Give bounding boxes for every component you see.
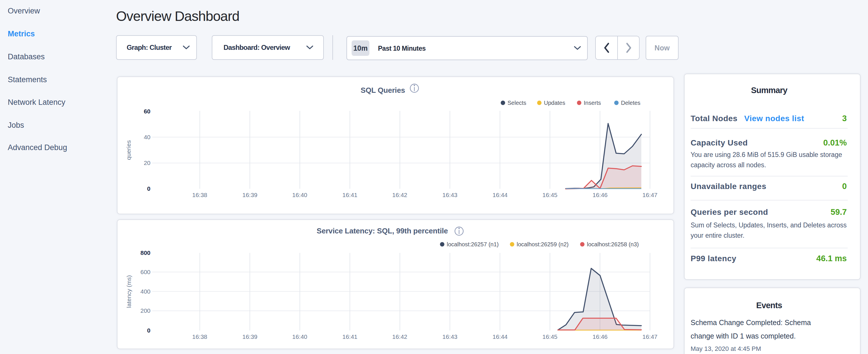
svg-text:16:45: 16:45	[542, 192, 558, 198]
svg-text:16:39: 16:39	[242, 333, 258, 340]
svg-text:latency (ms): latency (ms)	[125, 275, 132, 308]
svg-text:queries: queries	[125, 140, 132, 160]
svg-text:16:47: 16:47	[643, 333, 658, 340]
svg-text:40: 40	[144, 134, 150, 140]
svg-text:0: 0	[147, 327, 150, 334]
svg-text:Inserts: Inserts	[584, 100, 601, 106]
svg-text:16:38: 16:38	[192, 333, 208, 340]
svg-text:16:41: 16:41	[342, 192, 358, 198]
svg-text:16:40: 16:40	[292, 333, 308, 340]
svg-text:16:44: 16:44	[493, 333, 508, 340]
svg-text:localhost:26257 (n1): localhost:26257 (n1)	[447, 241, 499, 248]
svg-text:200: 200	[141, 307, 150, 314]
svg-text:SQL Queries: SQL Queries	[361, 86, 405, 95]
svg-text:16:38: 16:38	[192, 192, 208, 198]
svg-text:16:39: 16:39	[242, 192, 258, 198]
svg-text:60: 60	[144, 108, 150, 115]
svg-text:Service Latency: SQL, 99th per: Service Latency: SQL, 99th percentile	[317, 227, 448, 235]
svg-text:16:42: 16:42	[392, 192, 407, 198]
svg-text:localhost:26258 (n3): localhost:26258 (n3)	[587, 241, 639, 248]
svg-text:600: 600	[141, 269, 150, 275]
svg-text:16:45: 16:45	[542, 333, 558, 340]
svg-text:16:42: 16:42	[392, 333, 407, 340]
svg-text:800: 800	[141, 250, 150, 256]
svg-text:16:47: 16:47	[643, 192, 658, 198]
svg-text:16:40: 16:40	[292, 192, 308, 198]
svg-text:16:46: 16:46	[593, 192, 608, 198]
svg-text:Deletes: Deletes	[621, 100, 641, 106]
svg-text:20: 20	[144, 160, 150, 166]
svg-text:400: 400	[141, 288, 150, 295]
svg-text:16:46: 16:46	[593, 333, 608, 340]
svg-text:16:44: 16:44	[493, 192, 508, 198]
svg-text:Updates: Updates	[544, 100, 565, 106]
svg-text:16:41: 16:41	[342, 333, 358, 340]
svg-text:16:43: 16:43	[442, 192, 458, 198]
svg-text:16:43: 16:43	[442, 333, 458, 340]
svg-text:localhost:26259 (n2): localhost:26259 (n2)	[517, 241, 568, 248]
svg-text:0: 0	[147, 185, 150, 192]
svg-text:Selects: Selects	[507, 100, 526, 106]
